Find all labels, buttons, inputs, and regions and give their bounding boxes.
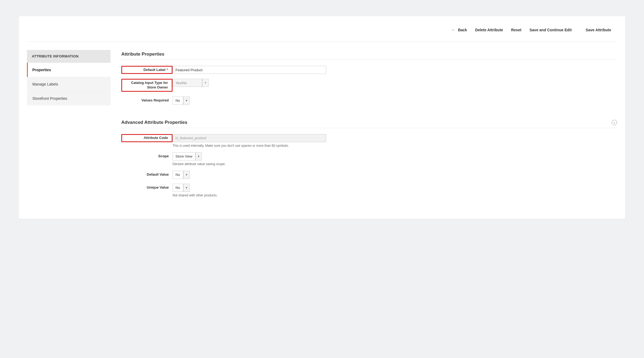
advanced-properties-section: Advanced Attribute Properties ⌄ Attribut…: [121, 118, 617, 197]
default-label-input[interactable]: [173, 66, 326, 74]
sidebar-header: ATTRIBUTE INFORMATION: [27, 50, 111, 63]
attribute-code-help: This is used internally. Make sure you d…: [173, 144, 617, 148]
input-type-label: Catalog Input Type for Store Owner: [121, 79, 173, 92]
default-value-label: Default Value: [121, 171, 173, 177]
default-value-row: Default Value No ▼: [121, 171, 617, 179]
unique-value-control: No ▼ Not shared with other products.: [173, 184, 617, 197]
collapse-icon[interactable]: ⌄: [612, 120, 617, 125]
values-required-control: No ▼: [173, 97, 617, 105]
input-type-control: Yes/No ▼: [173, 79, 617, 87]
arrow-left-icon: ←: [452, 28, 455, 32]
default-value-select[interactable]: No ▼: [173, 171, 190, 179]
section-title: Advanced Attribute Properties ⌄: [121, 118, 617, 128]
values-required-row: Values Required No ▼: [121, 97, 617, 105]
scope-help: Declare attribute value saving scope.: [173, 162, 617, 166]
section-title-text: Advanced Attribute Properties: [121, 120, 187, 125]
default-label-label: Default Label *: [121, 66, 173, 74]
save-continue-button[interactable]: Save and Continue Edit: [529, 28, 571, 32]
toolbar: ← Back Delete Attribute Reset Save and C…: [27, 22, 617, 42]
chevron-down-icon: ▼: [183, 97, 190, 105]
chevron-down-icon: ▼: [202, 79, 209, 87]
attribute-code-input: [173, 134, 326, 142]
content-area: Attribute Properties Default Label * Cat: [121, 50, 617, 211]
unique-value-row: Unique Value No ▼ Not shared with other …: [121, 184, 617, 197]
values-required-value: No: [173, 97, 183, 105]
default-label-row: Default Label *: [121, 66, 617, 74]
scope-row: Scope Store View ▼ Declare attribute val…: [121, 152, 617, 166]
default-value-value: No: [173, 171, 183, 179]
default-value-control: No ▼: [173, 171, 617, 179]
scope-control: Store View ▼ Declare attribute value sav…: [173, 152, 617, 166]
sidebar-item-manage-labels[interactable]: Manage Labels: [27, 77, 111, 91]
chevron-down-icon: ▼: [195, 152, 202, 161]
scope-value: Store View: [173, 152, 195, 161]
back-button[interactable]: ← Back: [452, 28, 467, 32]
save-attribute-button[interactable]: Save Attribute: [580, 25, 617, 35]
unique-value-value: No: [173, 184, 183, 192]
chevron-down-icon: ▼: [183, 171, 190, 179]
sidebar-item-label: Properties: [32, 68, 51, 72]
section-title-text: Attribute Properties: [121, 52, 164, 57]
attribute-code-label: Attribute Code: [121, 134, 173, 142]
values-required-select[interactable]: No ▼: [173, 97, 190, 105]
sidebar-item-label: Manage Labels: [32, 82, 58, 86]
sidebar: ATTRIBUTE INFORMATION Properties Manage …: [27, 50, 111, 211]
sidebar-item-properties[interactable]: Properties: [27, 63, 111, 77]
chevron-down-icon: ▼: [183, 184, 190, 192]
input-type-row: Catalog Input Type for Store Owner Yes/N…: [121, 79, 617, 92]
section-title: Attribute Properties: [121, 50, 617, 60]
required-asterisk-icon: *: [167, 68, 168, 72]
attribute-code-control: This is used internally. Make sure you d…: [173, 134, 617, 148]
scope-label: Scope: [121, 152, 173, 159]
input-type-value: Yes/No: [173, 79, 202, 87]
scope-select[interactable]: Store View ▼: [173, 152, 202, 161]
attribute-properties-section: Attribute Properties Default Label * Cat: [121, 50, 617, 105]
reset-button[interactable]: Reset: [511, 28, 521, 32]
unique-value-help: Not shared with other products.: [173, 193, 617, 197]
values-required-label: Values Required: [121, 97, 173, 103]
back-label: Back: [458, 28, 467, 32]
default-label-control: [173, 66, 617, 74]
delete-attribute-button[interactable]: Delete Attribute: [475, 28, 503, 32]
attribute-code-row: Attribute Code This is used internally. …: [121, 134, 617, 148]
main-layout: ATTRIBUTE INFORMATION Properties Manage …: [27, 42, 617, 211]
main-panel: ← Back Delete Attribute Reset Save and C…: [19, 16, 625, 219]
sidebar-item-storefront-properties[interactable]: Storefront Properties: [27, 91, 111, 105]
unique-value-select[interactable]: No ▼: [173, 184, 190, 192]
unique-value-label: Unique Value: [121, 184, 173, 190]
input-type-select: Yes/No ▼: [173, 79, 209, 87]
sidebar-item-label: Storefront Properties: [32, 96, 67, 101]
